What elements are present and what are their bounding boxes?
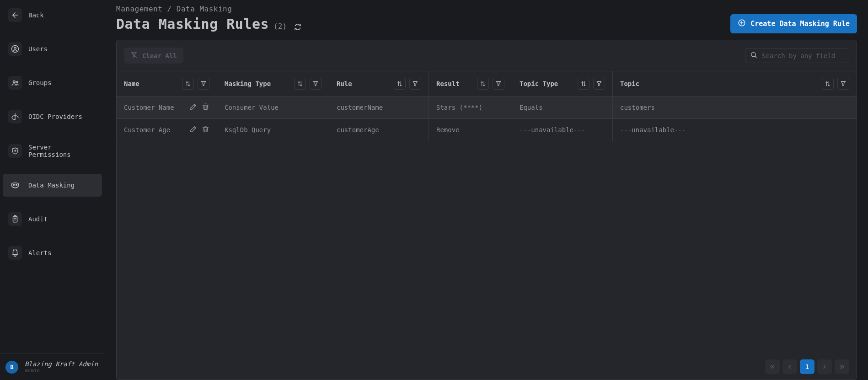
- data-table: Name Masking Type Rule: [117, 71, 857, 354]
- svg-point-2: [13, 81, 16, 83]
- shield-plus-icon: [8, 144, 22, 158]
- filter-icon[interactable]: [837, 78, 849, 90]
- sidebar-item-label: Alerts: [28, 249, 52, 257]
- cell-name: Customer Age: [124, 126, 189, 134]
- sidebar-items: Back Users Groups OIDC Providers Server …: [0, 0, 105, 353]
- sidebar-item-label: Audit: [28, 215, 48, 223]
- sidebar-item-permissions[interactable]: Server Permissions: [3, 139, 102, 163]
- mask-icon: [8, 178, 22, 192]
- column-header-rule: Rule: [329, 71, 429, 96]
- filter-icon[interactable]: [409, 78, 421, 90]
- alert-icon: [8, 246, 22, 260]
- sort-icon[interactable]: [182, 78, 194, 90]
- column-header-topic: Topic: [613, 71, 857, 96]
- sidebar-item-label: Server Permissions: [28, 144, 96, 158]
- create-button-label: Create Data Masking Rule: [750, 20, 850, 28]
- sidebar-item-audit[interactable]: Audit: [3, 208, 102, 230]
- cell-topic: customers: [620, 104, 849, 111]
- page-next-button[interactable]: [817, 359, 832, 374]
- table-panel: Clear All Name Masking Type: [116, 40, 857, 380]
- sidebar-item-groups[interactable]: Groups: [3, 71, 102, 94]
- main-content: Management / Data Masking Data Masking R…: [105, 0, 868, 380]
- sort-icon[interactable]: [477, 78, 489, 90]
- sort-icon[interactable]: [578, 78, 589, 90]
- sidebar: Back Users Groups OIDC Providers Server …: [0, 0, 105, 380]
- breadcrumb-parent[interactable]: Management: [116, 5, 162, 13]
- cell-masking-type: Consumer Value: [225, 104, 321, 111]
- search-icon: [750, 51, 757, 60]
- edit-icon[interactable]: [189, 103, 197, 112]
- page-last-button[interactable]: [835, 359, 849, 374]
- svg-point-3: [16, 81, 18, 83]
- cell-rule: customerName: [337, 104, 421, 111]
- page-title: Data Masking Rules: [116, 16, 269, 32]
- avatar: B: [5, 361, 18, 374]
- cell-masking-type: KsqlDb Query: [225, 126, 321, 134]
- pagination: 1: [117, 354, 857, 380]
- cell-name: Customer Name: [124, 104, 189, 111]
- header-row: Data Masking Rules (2) Create Data Maski…: [116, 14, 857, 33]
- filter-icon[interactable]: [493, 78, 504, 90]
- sidebar-item-back[interactable]: Back: [3, 4, 102, 27]
- sidebar-item-label: Groups: [28, 79, 52, 86]
- breadcrumb-sep: /: [167, 5, 171, 13]
- table-body: Customer Name Consumer Value customerNam…: [117, 96, 857, 354]
- title-group: Data Masking Rules (2): [116, 16, 301, 32]
- filter-icon[interactable]: [310, 78, 321, 90]
- sidebar-item-data-masking[interactable]: Data Masking: [3, 174, 102, 197]
- sort-icon[interactable]: [294, 78, 306, 90]
- column-header-masking-type: Masking Type: [217, 71, 329, 96]
- filter-icon[interactable]: [593, 78, 605, 90]
- sidebar-item-label: Data Masking: [28, 182, 75, 189]
- breadcrumb-current: Data Masking: [177, 5, 232, 13]
- column-header-name: Name: [117, 71, 217, 96]
- plus-circle-icon: [738, 19, 746, 29]
- table-row[interactable]: Customer Age KsqlDb Query customerAge Re…: [117, 119, 857, 141]
- arrow-left-icon: [8, 8, 22, 22]
- cell-topic-type: ---unavailable---: [520, 126, 605, 134]
- cell-topic-type: Equals: [520, 104, 605, 111]
- sidebar-item-label: Back: [28, 11, 44, 19]
- user-name: Blazing Kraft Admin: [25, 360, 98, 368]
- clipboard-icon: [8, 212, 22, 226]
- clear-all-button[interactable]: Clear All: [124, 48, 183, 64]
- page-prev-button[interactable]: [782, 359, 797, 374]
- sidebar-footer[interactable]: B Blazing Kraft Admin admin: [0, 353, 105, 380]
- cell-topic: ---unavailable---: [620, 126, 849, 134]
- page-first-button[interactable]: [765, 359, 780, 374]
- filter-icon[interactable]: [198, 78, 209, 90]
- svg-point-1: [14, 47, 16, 49]
- search-wrap[interactable]: [745, 48, 849, 63]
- sidebar-item-label: Users: [28, 45, 48, 53]
- trash-icon[interactable]: [202, 103, 209, 112]
- filter-off-icon: [130, 51, 138, 60]
- breadcrumb: Management / Data Masking: [116, 5, 857, 13]
- sort-icon[interactable]: [394, 78, 406, 90]
- cell-result: Stars (****): [436, 104, 504, 111]
- clear-all-label: Clear All: [142, 52, 177, 59]
- trash-icon[interactable]: [202, 125, 209, 134]
- page-number-button[interactable]: 1: [800, 359, 814, 374]
- refresh-icon[interactable]: [294, 23, 301, 32]
- sidebar-item-alerts[interactable]: Alerts: [3, 241, 102, 264]
- count-badge: (2): [273, 22, 287, 31]
- svg-point-4: [13, 184, 14, 186]
- column-header-result: Result: [429, 71, 512, 96]
- svg-point-5: [16, 184, 17, 186]
- table-header: Name Masking Type Rule: [117, 71, 857, 96]
- panel-toolbar: Clear All: [117, 40, 857, 71]
- users-icon: [8, 76, 22, 90]
- create-button[interactable]: Create Data Masking Rule: [730, 14, 857, 33]
- sort-icon[interactable]: [822, 78, 834, 90]
- column-header-topic-type: Topic Type: [512, 71, 613, 96]
- table-row[interactable]: Customer Name Consumer Value customerNam…: [117, 96, 857, 119]
- user-info: Blazing Kraft Admin admin: [25, 360, 98, 374]
- cell-rule: customerAge: [337, 126, 421, 134]
- edit-icon[interactable]: [189, 125, 197, 134]
- user-circle-icon: [8, 42, 22, 56]
- user-role: admin: [25, 368, 98, 374]
- sidebar-item-users[interactable]: Users: [3, 37, 102, 60]
- openid-icon: [8, 110, 22, 123]
- search-input[interactable]: [762, 52, 844, 59]
- sidebar-item-oidc[interactable]: OIDC Providers: [3, 105, 102, 128]
